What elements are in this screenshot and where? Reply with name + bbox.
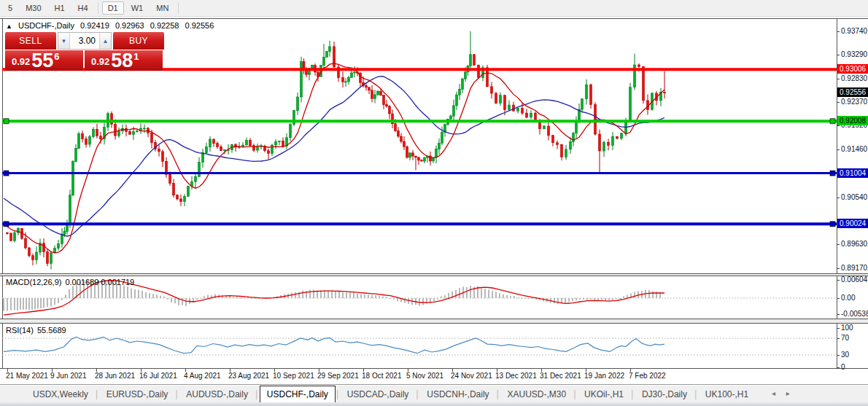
ohlc-low: 0.92258 xyxy=(150,21,179,30)
chart-info-line: ▲ USDCHF-,Daily 0.92419 0.92963 0.92258 … xyxy=(6,21,217,30)
mt4-window: 5M30H1H4D1W1MN ▲ USDCHF-,Daily 0.92419 0… xyxy=(0,0,868,406)
volume-input[interactable]: 3.00 xyxy=(70,33,99,49)
tab-separator: │ xyxy=(336,386,341,402)
chart-tab-eurusd-daily[interactable]: EURUSD-,Daily xyxy=(100,386,175,402)
volume-decrease-button[interactable]: ▼ xyxy=(58,33,70,49)
date-label: 29 Sep 2021 xyxy=(317,372,359,380)
date-label: 5 Nov 2021 xyxy=(406,372,443,380)
rsi-tick-label: 30 xyxy=(841,351,849,359)
chart-tab-usdcad-daily[interactable]: USDCAD-,Daily xyxy=(341,386,416,402)
tab-separator: │ xyxy=(95,386,100,402)
date-label: 21 May 2021 xyxy=(6,372,48,380)
macd-name: MACD(12,26,9) xyxy=(6,278,61,286)
macd-values: 0.001689 0.001719 xyxy=(65,278,134,286)
chevron-up-icon: ▲ xyxy=(103,38,109,44)
buy-price-big: 58 xyxy=(111,52,133,69)
chart-tab-xauusd-m30[interactable]: XAUUSD-,M30 xyxy=(500,386,573,402)
price-badge: 0.91004 xyxy=(837,168,868,178)
sell-button[interactable]: SELL xyxy=(5,32,56,50)
price-tick-label: 0.92370 xyxy=(841,98,867,106)
buy-price-button[interactable]: 0.92 58 1 xyxy=(85,50,163,71)
volume-stepper: ▼ 3.00 ▲ xyxy=(58,32,112,50)
date-label: 28 Jun 2021 xyxy=(95,372,135,380)
date-label: 24 Nov 2021 xyxy=(451,372,492,380)
sell-price-button[interactable]: 0.92 55 6 xyxy=(5,50,83,71)
buy-button[interactable]: BUY xyxy=(113,32,164,50)
sell-price-prefix: 0.92 xyxy=(12,56,30,67)
chart-tab-audusd-daily[interactable]: AUDUSD-,Daily xyxy=(179,386,255,402)
rsi-tick-label: 70 xyxy=(841,334,849,343)
one-click-toggle-icon[interactable]: ▲ xyxy=(6,23,12,30)
buy-price-pip: 1 xyxy=(133,51,139,62)
price-badge: 0.93006 xyxy=(837,64,868,74)
tab-separator: │ xyxy=(415,386,420,402)
price-badge: 0.92556 xyxy=(837,87,868,97)
price-badge: 0.90024 xyxy=(837,219,868,228)
price-tick-label: 0.89170 xyxy=(841,264,867,273)
chart-tab-usdcnh-daily[interactable]: USDCNH-,Daily xyxy=(420,386,495,402)
tab-separator: │ xyxy=(496,386,501,402)
chevron-down-icon: ▼ xyxy=(61,38,67,44)
price-tick-label: 0.91460 xyxy=(841,145,867,154)
macd-tick-label: 0.00 xyxy=(841,294,855,302)
one-click-trading-panel: SELL ▼ 3.00 ▲ BUY 0.92 55 6 0.92 58 1 xyxy=(5,32,164,71)
macd-tick-label: 0.006045 xyxy=(841,276,868,284)
date-label: 31 Dec 2021 xyxy=(540,372,581,380)
symbol-period-label: USDCHF-,Daily xyxy=(18,21,74,30)
ohlc-close: 0.92556 xyxy=(185,21,214,30)
chart-tab-bar: USDX,Weekly│EURUSD-,Daily│AUDUSD-,Daily│… xyxy=(0,386,868,402)
tab-separator: │ xyxy=(174,386,179,402)
tab-separator: │ xyxy=(573,386,578,402)
chart-tab-usdchf-daily[interactable]: USDCHF-,Daily xyxy=(260,386,336,402)
rsi-layer xyxy=(2,337,837,355)
date-label: 19 Jan 2022 xyxy=(584,372,624,380)
chart-tab-ukoil-h1[interactable]: UKOil-,H1 xyxy=(578,386,630,402)
ohlc-open: 0.92419 xyxy=(80,21,109,30)
sell-price-big: 55 xyxy=(31,52,53,69)
date-label: 10 Sep 2021 xyxy=(273,372,314,380)
date-label: 4 Aug 2021 xyxy=(184,372,221,380)
price-tick-label: 0.92830 xyxy=(841,74,867,83)
chart-tab-dj30-daily[interactable]: DJ30-,Daily xyxy=(635,386,694,402)
date-label: 18 Oct 2021 xyxy=(362,372,401,380)
date-label: 23 Aug 2021 xyxy=(228,372,269,380)
buy-price-prefix: 0.92 xyxy=(91,56,109,67)
date-label: 9 Jun 2021 xyxy=(50,372,87,380)
rsi-tick-label: 0 xyxy=(841,363,845,372)
macd-label: MACD(12,26,9)0.001689 0.001719 xyxy=(6,278,138,286)
price-tick-label: 0.93290 xyxy=(841,50,867,59)
date-label: 13 Dec 2021 xyxy=(495,372,537,380)
price-tick-label: 0.89630 xyxy=(841,240,867,249)
rsi-tick-label: 100 xyxy=(841,324,853,332)
chart-tab-usdx-weekly[interactable]: USDX,Weekly xyxy=(26,386,95,402)
price-tick-label: 0.90540 xyxy=(841,193,867,202)
tab-separator: │ xyxy=(630,386,635,402)
tab-separator: │ xyxy=(255,386,260,402)
tab-scroll-arrows[interactable]: ◂ ▸ xyxy=(772,389,794,397)
sell-price-pip: 6 xyxy=(54,51,59,62)
date-label: 16 Jul 2021 xyxy=(139,372,177,380)
window-bottom-edge xyxy=(0,402,868,406)
rsi-name: RSI(14) xyxy=(6,326,34,335)
price-badge: 0.92008 xyxy=(837,116,868,125)
volume-increase-button[interactable]: ▲ xyxy=(99,33,111,49)
macd-tick-label: -0.00538 xyxy=(841,310,868,319)
date-label: 7 Feb 2022 xyxy=(629,372,666,380)
rsi-label: RSI(14)55.5689 xyxy=(6,326,70,335)
hline-objects-layer xyxy=(2,69,837,227)
chart-tab-uk100-h1[interactable]: UK100-,H1 xyxy=(699,386,755,402)
price-tick-label: 0.93740 xyxy=(841,27,867,36)
ohlc-high: 0.92963 xyxy=(115,21,144,30)
rsi-value: 55.5689 xyxy=(37,326,66,335)
tab-separator: │ xyxy=(694,386,699,402)
